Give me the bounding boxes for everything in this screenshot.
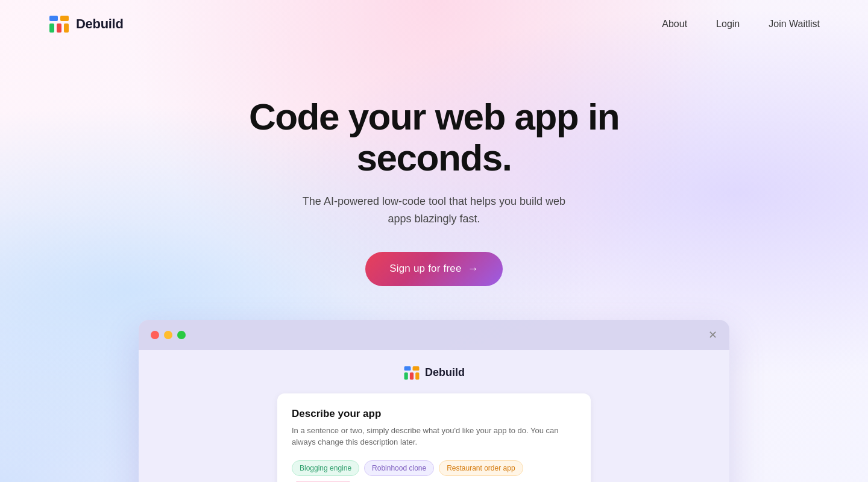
window-traffic-lights bbox=[151, 331, 186, 339]
modal-logo-icon bbox=[403, 365, 420, 381]
window-body: Debuild Describe your app In a sentence … bbox=[139, 350, 729, 482]
window-maximize-dot[interactable] bbox=[177, 331, 186, 339]
svg-rect-7 bbox=[404, 372, 408, 380]
logo-text: Debuild bbox=[76, 16, 124, 32]
window-minimize-dot[interactable] bbox=[164, 331, 172, 339]
tags-row-1: Blogging engine Robinhood clone Restaura… bbox=[292, 460, 576, 482]
modal-logo: Debuild bbox=[403, 365, 465, 381]
window-close-dot[interactable] bbox=[151, 331, 159, 339]
tag-restaurant-order-app[interactable]: Restaurant order app bbox=[439, 460, 523, 476]
window-close-button[interactable]: ✕ bbox=[708, 328, 717, 342]
nav-join-waitlist[interactable]: Join Waitlist bbox=[769, 19, 820, 30]
tag-blogging-engine[interactable]: Blogging engine bbox=[292, 460, 359, 476]
svg-rect-1 bbox=[60, 16, 69, 21]
navbar: Debuild About Login Join Waitlist bbox=[0, 0, 868, 48]
nav-links: About Login Join Waitlist bbox=[662, 19, 820, 30]
logo[interactable]: Debuild bbox=[48, 13, 124, 35]
svg-rect-6 bbox=[413, 366, 420, 371]
hero-title: Code your web app in seconds. bbox=[193, 96, 675, 178]
window-titlebar: ✕ bbox=[139, 320, 729, 350]
svg-rect-4 bbox=[64, 23, 69, 33]
nav-about[interactable]: About bbox=[662, 19, 687, 30]
nav-login[interactable]: Login bbox=[716, 19, 740, 30]
hero-section: Code your web app in seconds. The AI-pow… bbox=[0, 48, 868, 286]
tag-robinhood-clone[interactable]: Robinhood clone bbox=[364, 460, 434, 476]
svg-rect-3 bbox=[57, 23, 61, 33]
signup-button[interactable]: Sign up for free → bbox=[365, 252, 503, 286]
svg-rect-0 bbox=[49, 16, 58, 21]
signup-button-label: Sign up for free bbox=[389, 263, 461, 275]
svg-rect-2 bbox=[49, 23, 54, 33]
hero-subtitle: The AI-powered low-code tool that helps … bbox=[289, 193, 579, 228]
app-preview-window: ✕ Debuild Describe your app In a sentenc… bbox=[139, 320, 729, 482]
svg-rect-8 bbox=[410, 372, 414, 380]
describe-app-card: Describe your app In a sentence or two, … bbox=[277, 393, 591, 482]
arrow-icon: → bbox=[468, 263, 479, 275]
describe-subtitle: In a sentence or two, simply describe wh… bbox=[292, 425, 576, 448]
logo-icon bbox=[48, 13, 70, 35]
svg-rect-9 bbox=[415, 372, 419, 380]
modal-logo-text: Debuild bbox=[425, 366, 465, 379]
describe-title: Describe your app bbox=[292, 408, 576, 420]
svg-rect-5 bbox=[404, 366, 411, 371]
